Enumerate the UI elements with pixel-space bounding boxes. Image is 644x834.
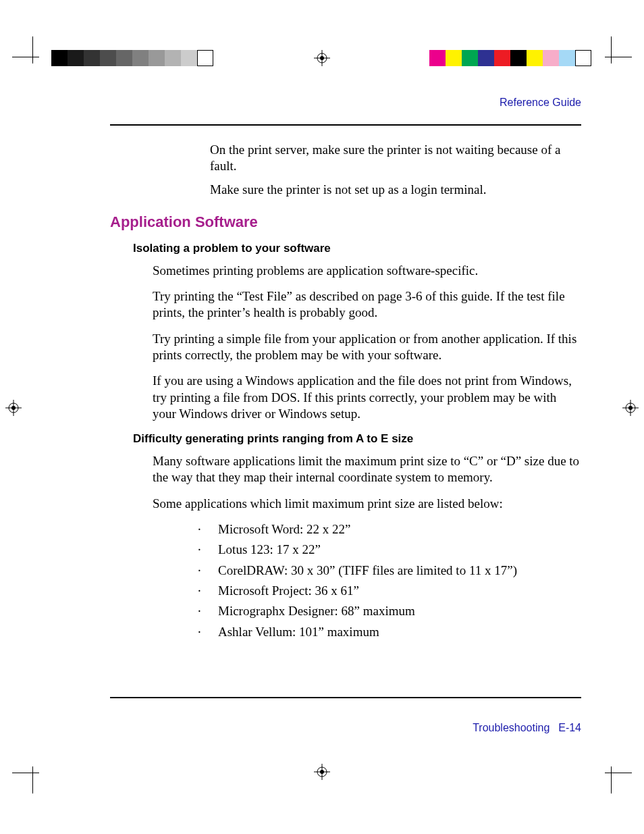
crop-mark bbox=[32, 766, 33, 793]
body-text: Try printing the “Test File” as describe… bbox=[153, 288, 581, 321]
bullet-list: Microsoft Word: 22 x 22” Lotus 123: 17 x… bbox=[198, 521, 581, 640]
footer-section-link[interactable]: Troubleshooting bbox=[473, 722, 549, 733]
registration-mark-icon bbox=[622, 400, 639, 416]
crop-mark bbox=[605, 773, 632, 773]
crop-mark bbox=[611, 766, 612, 793]
list-item: Microsoft Word: 22 x 22” bbox=[198, 521, 581, 538]
subsection-heading: Isolating a problem to your software bbox=[133, 241, 581, 256]
section-heading: Application Software bbox=[110, 213, 581, 232]
horizontal-rule bbox=[110, 697, 581, 698]
registration-mark-icon bbox=[314, 50, 330, 66]
subsection-heading: Difficulty generating prints ranging fro… bbox=[133, 432, 581, 446]
page: Reference Guide On the print server, mak… bbox=[0, 0, 644, 834]
body-text: Some applications which limit maximum pr… bbox=[153, 496, 581, 512]
list-item: CorelDRAW: 30 x 30” (TIFF files are limi… bbox=[198, 563, 581, 579]
list-item: Microsoft Project: 36 x 61” bbox=[198, 583, 581, 599]
crop-mark bbox=[12, 773, 39, 773]
content-area: On the print server, make sure the print… bbox=[110, 142, 581, 644]
crop-mark bbox=[605, 57, 632, 57]
body-text: On the print server, make sure the print… bbox=[210, 142, 581, 175]
registration-mark-icon bbox=[314, 764, 330, 780]
crop-mark bbox=[32, 36, 33, 63]
body-text: Many software applications limit the max… bbox=[153, 453, 581, 486]
crop-mark bbox=[611, 36, 612, 63]
list-item: Ashlar Vellum: 101” maximum bbox=[198, 624, 581, 640]
horizontal-rule bbox=[110, 124, 581, 126]
crop-mark bbox=[12, 57, 39, 57]
header-link[interactable]: Reference Guide bbox=[500, 97, 581, 109]
list-item: Lotus 123: 17 x 22” bbox=[198, 542, 581, 558]
color-bar bbox=[429, 50, 591, 66]
footer-page-number bbox=[552, 722, 558, 733]
body-text: Sometimes printing problems are applicat… bbox=[153, 263, 581, 279]
body-text: Make sure the printer is not set up as a… bbox=[210, 182, 581, 198]
list-item: Micrographx Designer: 68” maximum bbox=[198, 603, 581, 619]
registration-mark-icon bbox=[5, 400, 22, 416]
footer: Troubleshooting E-14 bbox=[473, 722, 581, 734]
body-text: Try printing a simple file from your app… bbox=[153, 331, 581, 364]
body-text: If you are using a Windows application a… bbox=[153, 373, 581, 422]
footer-page-number: E-14 bbox=[558, 722, 581, 733]
grayscale-bar bbox=[51, 50, 213, 66]
